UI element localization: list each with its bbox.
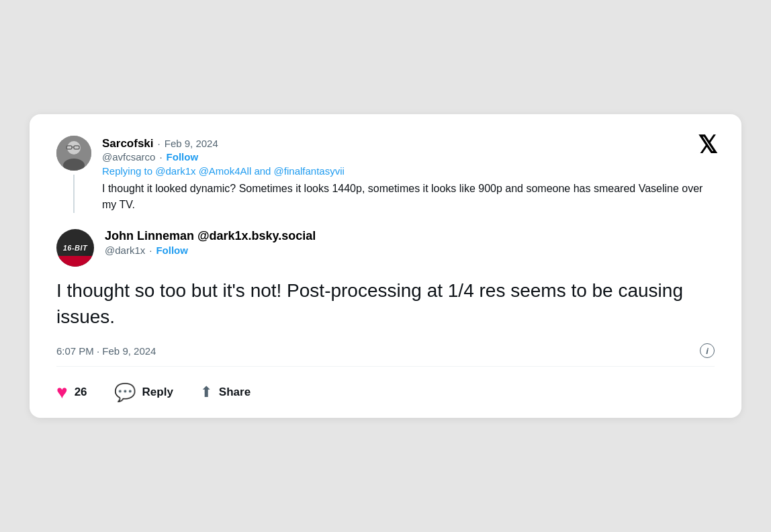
reply-handle-row: @avfcsarco · Follow xyxy=(102,151,715,163)
main-avatar: 16-BIT xyxy=(56,229,94,267)
main-tweet-text: I thought so too but it's not! Post-proc… xyxy=(56,277,715,330)
info-icon[interactable]: i xyxy=(700,343,715,358)
heart-icon: ♥ xyxy=(56,383,68,402)
reply-follow-button[interactable]: Follow xyxy=(167,151,199,163)
tweet-timestamp-text: 6:07 PM · Feb 9, 2024 xyxy=(56,345,156,357)
replying-to-label: Replying to @dark1x @Amok4All and @final… xyxy=(102,165,715,177)
like-count: 26 xyxy=(75,386,87,399)
share-button[interactable]: ⬆ Share xyxy=(200,385,251,400)
reply-tweet-text: I thought it looked dynamic? Sometimes i… xyxy=(102,181,715,213)
share-label: Share xyxy=(219,386,251,399)
action-bar: ♥ 26 💬 Reply ⬆ Share xyxy=(56,375,715,418)
reply-handle: @avfcsarco xyxy=(102,151,155,163)
main-author-info: John Linneman @dark1x.bsky.social @dark1… xyxy=(105,229,715,256)
thread-line xyxy=(73,175,75,213)
reply-date: Feb 9, 2024 xyxy=(165,138,218,149)
main-handle: @dark1x xyxy=(105,245,145,256)
tweet-timestamp-row: 6:07 PM · Feb 9, 2024 i xyxy=(56,343,715,358)
reply-avatar-column xyxy=(56,136,91,213)
main-follow-button[interactable]: Follow xyxy=(156,245,188,256)
reply-dot: · xyxy=(158,138,161,149)
x-logo-icon: 𝕏 xyxy=(698,133,717,157)
avatar-stripe xyxy=(56,256,94,267)
share-icon: ⬆ xyxy=(200,385,212,400)
tweet-card: 𝕏 Sarcofski · Feb 9, xyxy=(30,114,741,418)
reply-avatar xyxy=(56,136,91,171)
reply-header: Sarcofski · Feb 9, 2024 xyxy=(102,137,715,150)
reply-content: Sarcofski · Feb 9, 2024 @avfcsarco · Fol… xyxy=(102,136,715,213)
reply-author-name: Sarcofski xyxy=(102,137,154,150)
reply-label: Reply xyxy=(142,386,173,399)
main-author-name: John Linneman @dark1x.bsky.social xyxy=(105,229,715,243)
like-button[interactable]: ♥ 26 xyxy=(56,383,87,402)
reply-bubble-icon: 💬 xyxy=(114,384,136,401)
avatar-label: 16-BIT xyxy=(63,244,88,252)
main-author-section: 16-BIT John Linneman @dark1x.bsky.social… xyxy=(56,229,715,267)
reply-button[interactable]: 💬 Reply xyxy=(114,384,173,401)
action-divider xyxy=(56,366,715,367)
reply-tweet-section: Sarcofski · Feb 9, 2024 @avfcsarco · Fol… xyxy=(56,136,715,213)
main-handle-row: @dark1x · Follow xyxy=(105,245,715,256)
